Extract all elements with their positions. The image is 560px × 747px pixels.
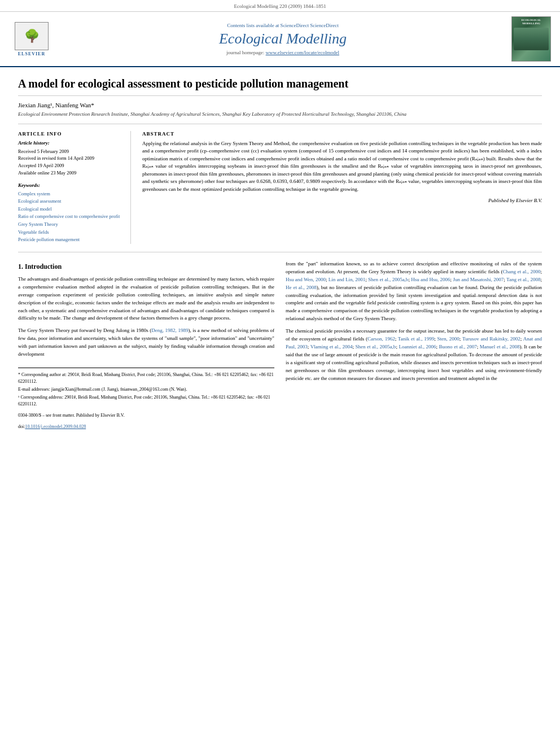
article-info-abstract-section: ARTICLE INFO Article history: Received 5… bbox=[18, 131, 542, 252]
journal-header: 🌳 ELSEVIER Contents lists available at S… bbox=[0, 12, 560, 67]
cover-image-graphic bbox=[514, 28, 549, 50]
authors-line: Jiexian Jiang¹, Nianfeng Wan* bbox=[18, 102, 542, 108]
doi-link[interactable]: 10.1016/j.ecolmodel.2009.04.028 bbox=[25, 424, 86, 429]
ref-loanni-2006[interactable]: Loanniet al., 2006 bbox=[399, 344, 436, 350]
article-info-heading: ARTICLE INFO bbox=[18, 131, 123, 137]
keywords-section: Keywords: Complex system Ecological asse… bbox=[18, 182, 123, 244]
affiliation-text: Ecological Environment Protection Resear… bbox=[18, 111, 542, 124]
article-content: A model for ecological assessment to pes… bbox=[0, 67, 560, 439]
elsevier-tree-icon: 🌳 bbox=[24, 29, 40, 43]
ref-buono-2007[interactable]: Buono et al., 2007 bbox=[439, 344, 477, 350]
received-line: Received 5 February 2009 bbox=[18, 148, 123, 155]
abstract-heading: ABSTRACT bbox=[142, 131, 542, 137]
authors-text: Jiexian Jiang¹, Nianfeng Wan* bbox=[18, 102, 94, 108]
ref-he-2008[interactable]: He et al., 2008 bbox=[286, 285, 317, 290]
keyword-2: Ecological assessment bbox=[18, 198, 123, 206]
keyword-4: Ratio of comprehensive cost to comprehen… bbox=[18, 213, 123, 221]
ref-tanik-1999[interactable]: Tanik et al., 1999 bbox=[398, 336, 434, 342]
body-left-column: 1. Introduction The advantages and disad… bbox=[18, 260, 274, 430]
abstract-text: Applying the relational analysis in the … bbox=[142, 140, 542, 194]
page-wrapper: Ecological Modelling 220 (2009) 1844–185… bbox=[0, 0, 560, 439]
ref-hsu-hsu-2006[interactable]: Hsu and Hsu, 2006 bbox=[411, 277, 450, 282]
intro-paragraph-3: from the "part" information known, so as… bbox=[286, 260, 542, 324]
elsevier-logo-box: 🌳 bbox=[15, 22, 49, 50]
sciencedirect-link[interactable]: ScienceDirect bbox=[310, 23, 338, 28]
article-info-column: ARTICLE INFO Article history: Received 5… bbox=[18, 131, 131, 244]
journal-ref-text: Ecological Modelling 220 (2009) 1844–185… bbox=[234, 3, 326, 9]
intro-paragraph-1: The advantages and disadvantages of pest… bbox=[18, 276, 274, 323]
ref-shen-2005b[interactable]: Shen et al., 2005a,b bbox=[355, 344, 396, 350]
body-two-column: 1. Introduction The advantages and disad… bbox=[18, 260, 542, 430]
available-online-line: Available online 23 May 2009 bbox=[18, 169, 123, 177]
abstract-column: ABSTRACT Applying the relational analysi… bbox=[142, 131, 542, 244]
ref-deng-1982[interactable]: Deng, 1982, 1989 bbox=[151, 327, 188, 333]
body-right-column: from the "part" information known, so as… bbox=[286, 260, 542, 430]
journal-cover-image: ECOLOGICALMODELLING bbox=[511, 16, 551, 62]
doi-line: doi:10.1016/j.ecolmodel.2009.04.028 bbox=[18, 423, 274, 430]
journal-title-block: Contents lists available at ScienceDirec… bbox=[54, 23, 511, 55]
elsevier-logo: 🌳 ELSEVIER bbox=[9, 22, 54, 56]
keywords-label: Keywords: bbox=[18, 182, 123, 188]
intro-paragraph-4: The chemical pesticide provides a necess… bbox=[286, 327, 542, 383]
keyword-3: Ecological model bbox=[18, 206, 123, 213]
published-by-text: Published by Elsevier B.V. bbox=[142, 198, 542, 203]
issn-line: 0304-3800/$ – see front matter. Publishe… bbox=[18, 412, 274, 419]
keyword-6: Vegetable fields bbox=[18, 229, 123, 237]
ref-lin-lin-2001[interactable]: Lin and Lin, 2001 bbox=[329, 277, 365, 282]
address-note: ¹ Corresponding address: 2901#, Beidi Ro… bbox=[18, 394, 274, 408]
contents-available-line: Contents lists available at ScienceDirec… bbox=[54, 23, 511, 28]
ref-tang-2008[interactable]: Tang et al., 2008 bbox=[506, 277, 540, 282]
cover-title-text: ECOLOGICALMODELLING bbox=[522, 19, 541, 25]
journal-reference-bar: Ecological Modelling 220 (2009) 1844–185… bbox=[0, 0, 560, 12]
footer-notes: * Corresponding author at: 2901#, Beidi … bbox=[18, 368, 274, 430]
keyword-5: Grey System Theory bbox=[18, 221, 123, 229]
journal-homepage: journal homepage: www.elsevier.com/locat… bbox=[54, 50, 511, 55]
ref-vlaming-2004[interactable]: Vlaming et al., 2004 bbox=[310, 344, 353, 350]
keyword-7: Pesticide pollution management bbox=[18, 236, 123, 244]
ref-jun-masatoshi-2007[interactable]: Jun and Masatoshi, 2007 bbox=[453, 277, 504, 282]
article-title: A model for ecological assessment to pes… bbox=[18, 76, 542, 96]
ref-sten-2000[interactable]: Sten, 2000 bbox=[438, 336, 460, 342]
ref-manuel-2008[interactable]: Manuel et al., 2008 bbox=[480, 344, 520, 350]
accepted-line: Accepted 19 April 2009 bbox=[18, 162, 123, 169]
keyword-1: Complex system bbox=[18, 190, 123, 198]
homepage-url[interactable]: www.elsevier.com/locate/ecolmodel bbox=[266, 50, 339, 55]
elsevier-brand-text: ELSEVIER bbox=[18, 51, 45, 56]
corresponding-note: * Corresponding author at: 2901#, Beidi … bbox=[18, 372, 274, 385]
ref-carson-1962[interactable]: Carson, 1962 bbox=[368, 336, 395, 342]
ref-shen-2005[interactable]: Shen et al., 2005a,b bbox=[368, 277, 408, 282]
article-history-label: Article history: bbox=[18, 140, 123, 146]
ref-hsu-wen-2000[interactable]: Hsu and Wen, 2000 bbox=[286, 277, 326, 282]
intro-paragraph-2: The Grey System Theory put forward by De… bbox=[18, 327, 274, 359]
revised-line: Received in revised form 14 April 2009 bbox=[18, 155, 123, 162]
ref-turusov-2002[interactable]: Turusov and Rakitsky, 2002 bbox=[462, 336, 520, 342]
journal-main-title: Ecological Modelling bbox=[54, 30, 511, 47]
email-note: E-mail addresses: jiangjieXian@hotmail.c… bbox=[18, 386, 274, 393]
ref-chang-2000[interactable]: Chang et al., 2000 bbox=[502, 269, 540, 274]
introduction-heading: 1. Introduction bbox=[18, 263, 274, 271]
